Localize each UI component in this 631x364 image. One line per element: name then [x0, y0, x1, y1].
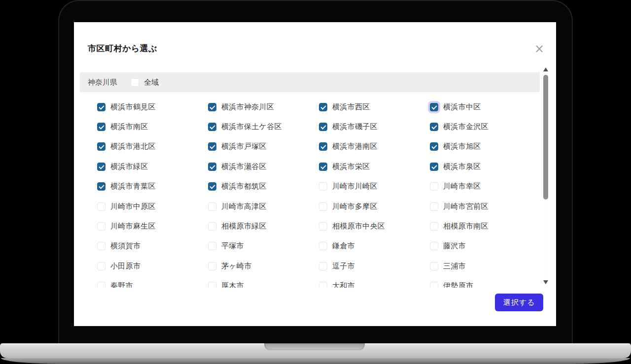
municipality-item[interactable]: 川崎市川崎区: [319, 177, 430, 197]
municipality-label: 横浜市南区: [110, 122, 148, 132]
municipality-item[interactable]: 横浜市都筑区: [208, 177, 319, 197]
municipality-item[interactable]: 川崎市高津区: [208, 197, 319, 216]
municipality-item[interactable]: 横浜市西区: [319, 97, 430, 117]
municipality-item[interactable]: 秦野市: [97, 276, 208, 288]
checkbox-unchecked-icon[interactable]: [319, 262, 327, 270]
municipality-item[interactable]: 小田原市: [97, 256, 208, 276]
select-button[interactable]: 選択する: [495, 294, 543, 311]
checkbox-unchecked-icon[interactable]: [97, 242, 105, 250]
prefecture-name: 神奈川県: [88, 78, 117, 87]
checkbox-unchecked-icon[interactable]: [430, 262, 438, 270]
checkbox-unchecked-icon[interactable]: [319, 242, 327, 250]
municipality-item[interactable]: 相模原市南区: [430, 216, 541, 236]
municipality-item[interactable]: 横浜市神奈川区: [208, 97, 319, 117]
municipality-item[interactable]: 相模原市中央区: [319, 216, 430, 236]
municipality-item[interactable]: 大和市: [319, 276, 430, 288]
checkbox-unchecked-icon[interactable]: [319, 182, 327, 191]
municipality-modal: 市区町村から選ぶ × 神奈川県 全域 横浜市鶴見区横浜市神奈川区横浜市西区横浜市…: [74, 22, 556, 326]
municipality-item[interactable]: 川崎市幸区: [430, 177, 541, 197]
municipality-item[interactable]: 鎌倉市: [319, 236, 430, 256]
municipality-item[interactable]: 横浜市栄区: [319, 157, 430, 176]
checkbox-checked-icon[interactable]: [97, 123, 105, 131]
municipality-label: 横浜市旭区: [443, 142, 481, 151]
scrollbar-thumb[interactable]: [543, 75, 548, 199]
checkbox-unchecked-icon[interactable]: [319, 282, 327, 288]
municipality-label: 横浜市緑区: [110, 162, 148, 171]
municipality-label: 藤沢市: [443, 241, 466, 251]
checkbox-unchecked-icon[interactable]: [97, 222, 105, 231]
checkbox-checked-icon[interactable]: [208, 163, 216, 171]
checkbox-checked-icon[interactable]: [208, 103, 216, 111]
municipality-item[interactable]: 逗子市: [319, 256, 430, 276]
municipality-label: 川崎市多摩区: [332, 202, 378, 211]
municipality-item[interactable]: 横浜市金沢区: [430, 117, 541, 136]
checkbox-checked-icon[interactable]: [319, 163, 327, 171]
municipality-item[interactable]: 相模原市緑区: [208, 216, 319, 236]
municipality-item[interactable]: 横浜市鶴見区: [97, 97, 208, 117]
municipality-item[interactable]: 横浜市南区: [97, 117, 208, 136]
municipality-label: 川崎市宮前区: [443, 202, 489, 211]
checkbox-checked-icon[interactable]: [97, 182, 105, 191]
checkbox-checked-icon[interactable]: [208, 123, 216, 131]
checkbox-checked-icon[interactable]: [208, 142, 216, 151]
close-icon[interactable]: ×: [534, 43, 544, 55]
municipality-item[interactable]: 横須賀市: [97, 236, 208, 256]
municipality-item[interactable]: 横浜市港南区: [319, 137, 430, 157]
municipality-item[interactable]: 横浜市戸塚区: [208, 137, 319, 157]
checkbox-unchecked-icon[interactable]: [97, 202, 105, 211]
checkbox-checked-icon[interactable]: [319, 123, 327, 131]
municipality-item[interactable]: 川崎市宮前区: [430, 197, 541, 216]
checkbox-unchecked-icon[interactable]: [430, 202, 438, 211]
checkbox-unchecked-icon[interactable]: [430, 182, 438, 191]
municipality-item[interactable]: 横浜市瀬谷区: [208, 157, 319, 176]
checkbox-checked-icon[interactable]: [319, 142, 327, 151]
checkbox-unchecked-icon[interactable]: [97, 282, 105, 288]
municipality-item[interactable]: 横浜市保土ケ谷区: [208, 117, 319, 136]
checkbox-checked-icon[interactable]: [430, 123, 438, 131]
checkbox-checked-icon[interactable]: [97, 142, 105, 151]
municipality-item[interactable]: 横浜市泉区: [430, 157, 541, 176]
checkbox-unchecked-icon[interactable]: [208, 202, 216, 211]
checkbox-unchecked-icon[interactable]: [430, 242, 438, 250]
municipality-item[interactable]: 厚木市: [208, 276, 319, 288]
checkbox-unchecked-icon[interactable]: [208, 262, 216, 270]
municipality-item[interactable]: 茅ヶ崎市: [208, 256, 319, 276]
municipality-item[interactable]: 川崎市多摩区: [319, 197, 430, 216]
municipality-item[interactable]: 横浜市旭区: [430, 137, 541, 157]
checkbox-checked-icon[interactable]: [319, 103, 327, 111]
checkbox-unchecked-icon[interactable]: [430, 222, 438, 231]
laptop-base-notch: [264, 343, 365, 350]
municipality-item[interactable]: 横浜市青葉区: [97, 177, 208, 197]
checkbox-unchecked-icon[interactable]: [319, 222, 327, 231]
checkbox-unchecked-icon[interactable]: [208, 282, 216, 288]
municipality-item[interactable]: 川崎市麻生区: [97, 216, 208, 236]
municipality-item[interactable]: 伊勢原市: [430, 276, 541, 288]
municipality-item[interactable]: 三浦市: [430, 256, 541, 276]
municipality-item[interactable]: 川崎市中原区: [97, 197, 208, 216]
checkbox-unchecked-icon[interactable]: [97, 262, 105, 270]
municipality-label: 横浜市磯子区: [332, 122, 378, 132]
checkbox-checked-icon[interactable]: [97, 163, 105, 171]
municipality-item[interactable]: 横浜市緑区: [97, 157, 208, 176]
scrollbar[interactable]: [543, 66, 549, 284]
scroll-up-icon[interactable]: [543, 67, 548, 71]
municipality-label: 相模原市中央区: [332, 222, 385, 231]
checkbox-checked-icon[interactable]: [430, 142, 438, 151]
checkbox-checked-icon[interactable]: [430, 103, 438, 111]
municipality-item[interactable]: 藤沢市: [430, 236, 541, 256]
checkbox-checked-icon[interactable]: [97, 103, 105, 111]
checkbox-unchecked-icon[interactable]: [319, 202, 327, 211]
checkbox-unchecked-icon[interactable]: [208, 222, 216, 231]
all-region-checkbox[interactable]: [131, 78, 139, 87]
municipality-item[interactable]: 横浜市磯子区: [319, 117, 430, 136]
municipality-label: 小田原市: [110, 262, 140, 271]
municipality-item[interactable]: 平塚市: [208, 236, 319, 256]
municipality-item[interactable]: 横浜市港北区: [97, 137, 208, 157]
checkbox-unchecked-icon[interactable]: [208, 242, 216, 250]
municipality-item[interactable]: 横浜市中区: [430, 97, 541, 117]
checkbox-checked-icon[interactable]: [208, 182, 216, 191]
checkbox-unchecked-icon[interactable]: [430, 282, 438, 288]
checkbox-checked-icon[interactable]: [430, 163, 438, 171]
municipality-label: 逗子市: [332, 262, 355, 271]
scroll-down-icon[interactable]: [543, 280, 548, 284]
